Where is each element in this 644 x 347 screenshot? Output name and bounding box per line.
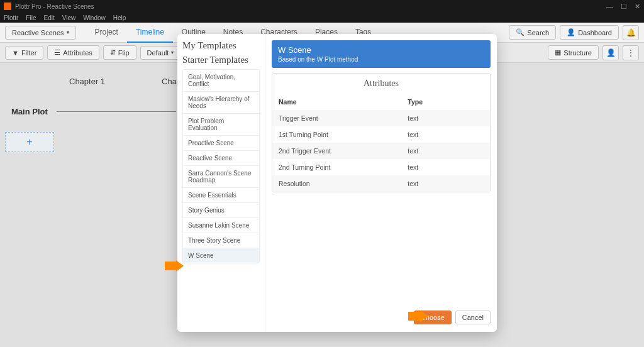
template-item[interactable]: Scene Essentials: [183, 188, 259, 203]
template-item-selected[interactable]: W Scene: [183, 248, 259, 263]
attr-name: 2nd Turning Point: [279, 163, 408, 171]
template-description: Based on the W Plot method: [278, 56, 484, 63]
template-list: Goal, Motivation, Conflict Maslow's Hier…: [182, 69, 260, 263]
template-header: W Scene Based on the W Plot method: [272, 40, 491, 68]
attr-name: Resolution: [279, 180, 408, 187]
tutorial-arrow-template: [165, 260, 184, 272]
attr-type: text: [408, 114, 484, 122]
template-item[interactable]: Maslow's Hierarchy of Needs: [183, 92, 259, 114]
template-item[interactable]: Reactive Scene: [183, 151, 259, 166]
cancel-button[interactable]: Cancel: [455, 311, 491, 324]
template-item[interactable]: Goal, Motivation, Conflict: [183, 70, 259, 92]
col-name: Name: [279, 98, 408, 106]
attr-name: 2nd Trigger Event: [279, 147, 408, 155]
attributes-title: Attributes: [272, 74, 490, 94]
attribute-row: Trigger Event text: [272, 110, 490, 126]
template-item[interactable]: Story Genius: [183, 203, 259, 218]
svg-marker-0: [165, 260, 184, 272]
attr-type: text: [408, 180, 484, 187]
attribute-row: 2nd Turning Point text: [272, 159, 490, 175]
modal-footer: Choose Cancel: [272, 307, 491, 326]
template-item[interactable]: Plot Problem Evaluation: [183, 114, 259, 136]
attributes-panel: Attributes Name Type Trigger Event text …: [272, 73, 491, 192]
template-detail: W Scene Based on the W Plot method Attri…: [265, 34, 497, 332]
tutorial-arrow-choose: [408, 310, 428, 322]
my-templates-heading: My Templates: [182, 40, 260, 51]
attr-type: text: [408, 163, 484, 171]
attr-type: text: [408, 147, 484, 155]
template-modal: My Templates Starter Templates Goal, Mot…: [177, 34, 497, 332]
template-name: W Scene: [278, 45, 484, 55]
col-type: Type: [408, 98, 484, 106]
svg-marker-1: [408, 310, 428, 322]
template-sidebar: My Templates Starter Templates Goal, Mot…: [177, 34, 265, 332]
attr-type: text: [408, 131, 484, 138]
starter-templates-heading: Starter Templates: [182, 55, 260, 65]
attr-name: Trigger Event: [279, 114, 408, 122]
template-item[interactable]: Susanne Lakin Scene: [183, 218, 259, 233]
attributes-header-row: Name Type: [272, 94, 490, 110]
attribute-row: 2nd Trigger Event text: [272, 143, 490, 159]
template-item[interactable]: Three Story Scene: [183, 233, 259, 248]
attribute-row: 1st Turning Point text: [272, 126, 490, 143]
template-item[interactable]: Sarra Cannon's Scene Roadmap: [183, 166, 259, 188]
attr-name: 1st Turning Point: [279, 131, 408, 138]
attribute-row: Resolution text: [272, 175, 490, 192]
template-item[interactable]: Proactive Scene: [183, 136, 259, 151]
